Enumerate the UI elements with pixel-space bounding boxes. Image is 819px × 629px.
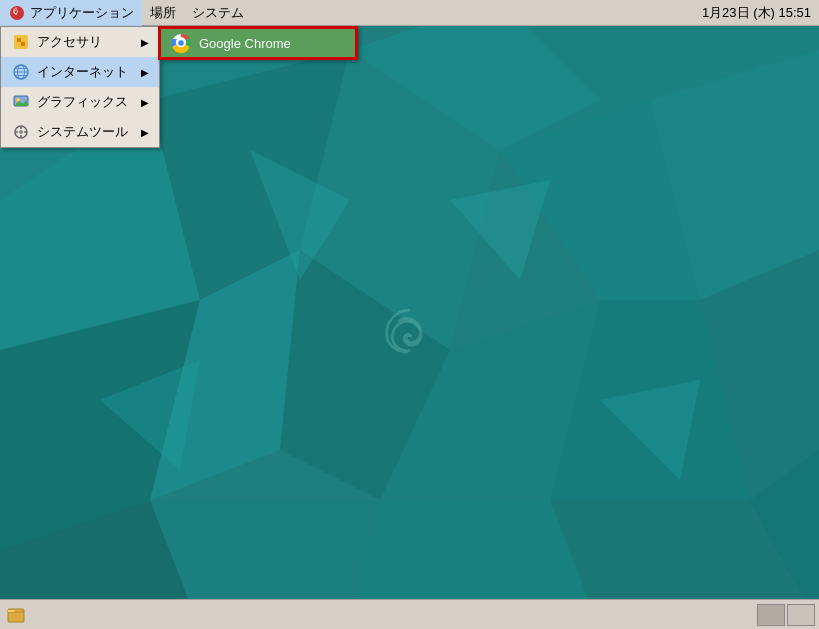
graphics-label: グラフィックス [37,93,128,111]
datetime-display: 1月23日 (木) 15:51 [702,4,811,22]
menu-item-internet[interactable]: インターネット ▶ [1,57,159,87]
menu-item-graphics[interactable]: グラフィックス ▶ [1,87,159,117]
debian-logo [375,303,445,386]
places-menu-btn[interactable]: 場所 [142,0,184,26]
menu-item-systemtools[interactable]: システムツール ▶ [1,117,159,147]
taskbar-btn-2[interactable] [787,604,815,626]
desktop: アプリケーション 場所 システム 1月23日 (木) 15:51 [0,0,819,629]
svg-rect-26 [17,38,21,42]
applications-label: アプリケーション [30,4,134,22]
systemtools-label: システムツール [37,123,128,141]
taskbar-bottom-right [757,604,819,626]
internet-label: インターネット [37,63,128,81]
internet-icon [11,62,31,82]
debian-icon [8,4,26,22]
svg-rect-27 [21,42,25,46]
google-chrome-label: Google Chrome [199,36,291,51]
graphics-arrow: ▶ [141,97,149,108]
taskbar-top-right: 1月23日 (木) 15:51 [702,4,819,22]
internet-submenu: Google Chrome [158,26,358,60]
applications-menu-btn[interactable]: アプリケーション [0,0,142,26]
taskbar-top-left: アプリケーション 場所 システム [0,0,252,26]
applications-dropdown: アクセサリ ▶ インターネット ▶ [0,26,160,148]
taskbar-btn-1[interactable] [757,604,785,626]
file-manager-icon[interactable] [4,603,28,627]
accessories-icon [11,32,31,52]
taskbar-bottom [0,599,819,629]
internet-arrow: ▶ [141,67,149,78]
svg-point-37 [19,130,23,134]
graphics-icon [11,92,31,112]
system-label: システム [192,4,244,22]
taskbar-top: アプリケーション 場所 システム 1月23日 (木) 15:51 [0,0,819,26]
google-chrome-item[interactable]: Google Chrome [159,27,357,59]
svg-point-45 [178,40,184,46]
accessories-arrow: ▶ [141,37,149,48]
systemtools-icon [11,122,31,142]
system-menu-btn[interactable]: システム [184,0,252,26]
menu-item-accessories[interactable]: アクセサリ ▶ [1,27,159,57]
systemtools-arrow: ▶ [141,127,149,138]
accessories-label: アクセサリ [37,33,102,51]
taskbar-bottom-left [0,603,28,627]
chrome-icon [171,33,191,53]
places-label: 場所 [150,4,176,22]
